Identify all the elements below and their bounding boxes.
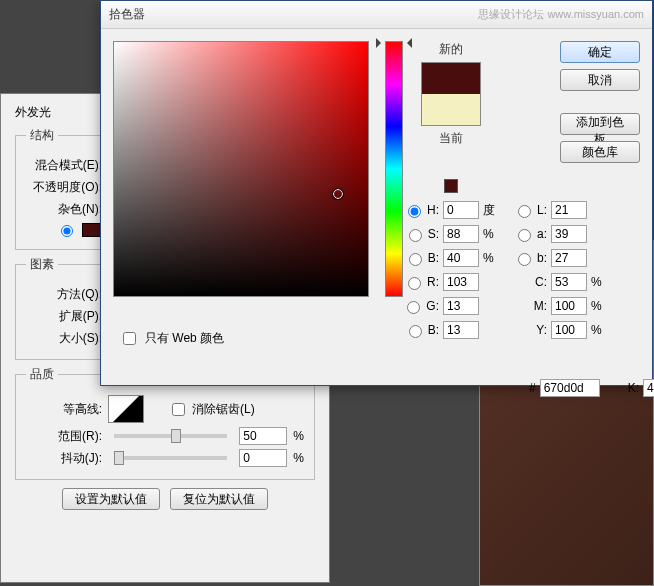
- contour-picker[interactable]: [108, 395, 144, 423]
- l-input[interactable]: [551, 201, 587, 219]
- web-only-label: 只有 Web 颜色: [145, 330, 224, 347]
- color-radio[interactable]: [61, 225, 73, 237]
- hue-thumb-right-icon: [402, 38, 412, 48]
- antialias-checkbox[interactable]: [172, 403, 185, 416]
- sv-cursor-icon: [333, 189, 343, 199]
- b-lab-radio[interactable]: [518, 253, 531, 266]
- range-unit: %: [293, 429, 304, 443]
- noise-label: 杂色(N):: [26, 200, 102, 218]
- b-rgb-radio[interactable]: [409, 325, 422, 338]
- cancel-button[interactable]: 取消: [560, 69, 640, 91]
- y-input[interactable]: [551, 321, 587, 339]
- a-radio[interactable]: [518, 229, 531, 242]
- color-picker-titlebar[interactable]: 拾色器 思缘设计论坛 www.missyuan.com: [101, 1, 652, 29]
- hex-label: #: [529, 381, 536, 395]
- s-input[interactable]: [443, 225, 479, 243]
- current-color-swatch[interactable]: [422, 94, 480, 125]
- l-radio[interactable]: [518, 205, 531, 218]
- elements-legend: 图素: [26, 256, 58, 273]
- g-radio[interactable]: [407, 301, 420, 314]
- a-input[interactable]: [551, 225, 587, 243]
- set-default-button[interactable]: 设置为默认值: [62, 488, 160, 510]
- size-label: 大小(S):: [26, 329, 102, 347]
- new-color-swatch: [422, 63, 480, 94]
- b-hsb-radio[interactable]: [409, 253, 422, 266]
- watermark-text: 思缘设计论坛 www.missyuan.com: [478, 7, 644, 22]
- r-input[interactable]: [443, 273, 479, 291]
- jitter-label: 抖动(J):: [26, 449, 102, 467]
- websafe-cube-icon[interactable]: [444, 179, 458, 193]
- range-slider[interactable]: [114, 434, 227, 438]
- r-radio[interactable]: [408, 277, 421, 290]
- h-input[interactable]: [443, 201, 479, 219]
- color-preview: [421, 62, 481, 126]
- current-color-label: 当前: [439, 130, 463, 147]
- ok-button[interactable]: 确定: [560, 41, 640, 63]
- color-library-button[interactable]: 颜色库: [560, 141, 640, 163]
- s-radio[interactable]: [409, 229, 422, 242]
- hex-input[interactable]: [540, 379, 600, 397]
- blend-mode-label: 混合模式(E):: [26, 156, 102, 174]
- method-label: 方法(Q):: [26, 285, 102, 303]
- hue-slider[interactable]: [385, 41, 403, 297]
- hue-thumb-left-icon: [376, 38, 386, 48]
- reset-default-button[interactable]: 复位为默认值: [170, 488, 268, 510]
- g-input[interactable]: [443, 297, 479, 315]
- opacity-label: 不透明度(O):: [26, 178, 102, 196]
- color-picker-dialog: 拾色器 思缘设计论坛 www.missyuan.com 新的 当前 确定 取消 …: [100, 0, 653, 386]
- k-input[interactable]: [643, 379, 654, 397]
- spread-label: 扩展(P):: [26, 307, 102, 325]
- b-hsb-input[interactable]: [443, 249, 479, 267]
- m-input[interactable]: [551, 297, 587, 315]
- add-swatch-button[interactable]: 添加到色板: [560, 113, 640, 135]
- jitter-slider[interactable]: [114, 456, 227, 460]
- saturation-value-box[interactable]: [113, 41, 369, 297]
- quality-legend: 品质: [26, 366, 58, 383]
- color-value-fields: H:度 L: S:% a: B:% b: R: C:% G: M:% B: Y:…: [411, 201, 607, 339]
- antialias-label: 消除锯齿(L): [192, 401, 255, 418]
- b-rgb-input[interactable]: [443, 321, 479, 339]
- b-lab-input[interactable]: [551, 249, 587, 267]
- contour-label: 等高线:: [26, 400, 102, 418]
- range-input[interactable]: [239, 427, 287, 445]
- color-picker-title: 拾色器: [109, 6, 145, 23]
- structure-legend: 结构: [26, 127, 58, 144]
- new-color-label: 新的: [439, 41, 463, 58]
- range-label: 范围(R):: [26, 427, 102, 445]
- jitter-input[interactable]: [239, 449, 287, 467]
- c-input[interactable]: [551, 273, 587, 291]
- glow-color-swatch[interactable]: [82, 223, 102, 237]
- web-only-checkbox[interactable]: [123, 332, 136, 345]
- h-radio[interactable]: [408, 205, 421, 218]
- jitter-unit: %: [293, 451, 304, 465]
